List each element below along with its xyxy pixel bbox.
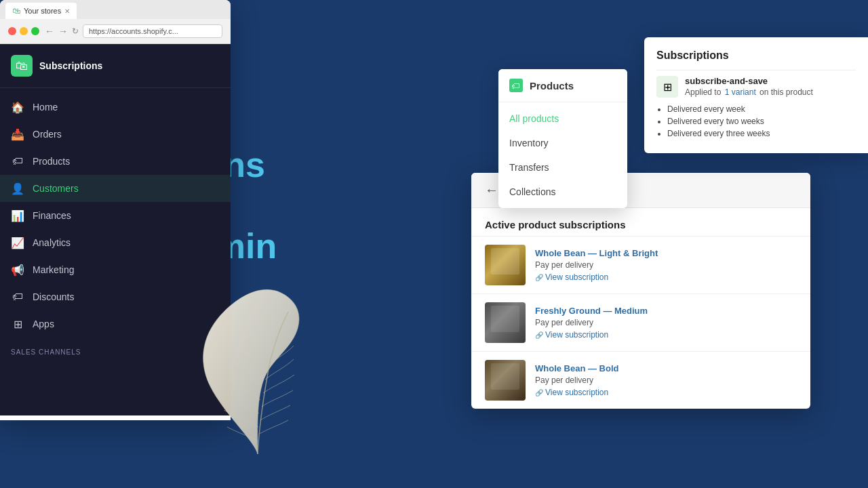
- applied-suffix: on this product: [760, 87, 813, 97]
- product-image-3: [485, 360, 526, 401]
- view-subscription-link-2[interactable]: 🔗 View subscription: [535, 330, 648, 340]
- finances-icon: 📊: [11, 209, 24, 222]
- view-sub-icon-1: 🔗: [535, 274, 543, 281]
- orders-icon: 📥: [11, 127, 24, 141]
- product-name-link-3[interactable]: Whole Bean — Bold: [535, 363, 619, 373]
- view-sub-icon-2: 🔗: [535, 331, 543, 339]
- sidebar-item-label-analytics: Analytics: [33, 237, 71, 248]
- products-panel-inventory[interactable]: Inventory: [498, 131, 627, 155]
- products-panel-transfers[interactable]: Transfers: [498, 155, 627, 180]
- tab-title: Your stores: [24, 7, 61, 15]
- sidebar-item-label-marketing: Marketing: [33, 264, 74, 275]
- customers-icon: 👤: [11, 182, 24, 195]
- product-item-2: Freshly Ground — Medium Pay per delivery…: [471, 293, 810, 351]
- products-panel-nav: All products Inventory Transfers Collect…: [498, 102, 627, 208]
- svg-text:🏷: 🏷: [511, 81, 519, 91]
- sidebar-item-label-finances: Finances: [33, 210, 71, 221]
- shopify-favicon: 🛍: [12, 6, 20, 16]
- apps-icon: ⊞: [11, 317, 24, 331]
- analytics-icon: 📈: [11, 236, 24, 249]
- subs-plan-details: subscribe-and-save Applied to 1 variant …: [685, 76, 813, 97]
- shopify-logo-icon: 🛍: [11, 55, 33, 77]
- sidebar-item-label-home: Home: [33, 102, 58, 113]
- applied-prefix: Applied to: [685, 87, 721, 97]
- subscriptions-panel-title: Subscriptions: [656, 49, 856, 62]
- variant-link[interactable]: 1 variant: [725, 87, 756, 97]
- sidebar-header: 🛍 Subscriptions: [0, 44, 231, 88]
- url-bar[interactable]: https://accounts.shopify.c...: [83, 24, 222, 38]
- svg-text:🛍: 🛍: [16, 59, 28, 73]
- store-name: Subscriptions: [39, 60, 102, 71]
- products-dropdown-panel: 🏷 Products All products Inventory Transf…: [498, 69, 627, 208]
- sidebar-item-orders[interactable]: 📥 Orders: [0, 121, 231, 148]
- view-sub-label-3: View subscription: [545, 388, 608, 397]
- active-subs-section-title: Active product subscriptions: [471, 208, 810, 236]
- sidebar-item-products[interactable]: 🏷 Products: [0, 148, 231, 175]
- sidebar-item-analytics[interactable]: 📈 Analytics: [0, 229, 231, 256]
- marketing-icon: 📢: [11, 263, 24, 277]
- product-item-3: Whole Bean — Bold Pay per delivery 🔗 Vie…: [471, 351, 810, 409]
- products-panel-title: Products: [530, 80, 574, 92]
- sidebar-item-label-apps: Apps: [33, 319, 54, 329]
- product-name-link-2[interactable]: Freshly Ground — Medium: [535, 306, 648, 316]
- sidebar-item-customers[interactable]: 👤 Customers: [0, 175, 231, 202]
- view-sub-icon-3: 🔗: [535, 389, 543, 396]
- product-image-2: [485, 302, 526, 343]
- product-name-link-1[interactable]: Whole Bean — Light & Bright: [535, 248, 658, 258]
- subscribe-save-icon: ⊞: [656, 76, 678, 98]
- products-icon: 🏷: [11, 155, 24, 168]
- window-controls: [8, 27, 39, 35]
- delivery-option-2: Delivered every two weeks: [667, 117, 856, 126]
- browser-navigation: ← → ↻ https://accounts.shopify.c...: [45, 24, 222, 38]
- subscriptions-side-panel: Subscriptions ⊞ subscribe-and-save Appli…: [644, 37, 868, 153]
- view-sub-label-1: View subscription: [545, 272, 608, 282]
- subs-plan-name: subscribe-and-save: [685, 76, 813, 86]
- tab-bar: 🛍 Your stores ✕: [0, 0, 231, 19]
- product-info-1: Whole Bean — Light & Bright Pay per deli…: [535, 248, 658, 282]
- browser-bar: ← → ↻ https://accounts.shopify.c...: [0, 19, 231, 44]
- product-image-1: [485, 245, 526, 285]
- product-item-1: Whole Bean — Light & Bright Pay per deli…: [471, 236, 810, 293]
- delivery-option-3: Delivered every three weeks: [667, 129, 856, 138]
- discounts-icon: 🏷: [11, 290, 24, 304]
- product-desc-3: Pay per delivery: [535, 375, 619, 385]
- product-desc-2: Pay per delivery: [535, 318, 648, 327]
- subs-applied-text: Applied to 1 variant on this product: [685, 87, 813, 97]
- forward-arrow-icon[interactable]: →: [58, 26, 68, 37]
- refresh-icon[interactable]: ↻: [72, 26, 79, 36]
- maximize-dot[interactable]: [31, 27, 39, 35]
- customer-detail-panel: ← John Richardson Active product subscri…: [471, 173, 810, 409]
- sidebar-item-label-discounts: Discounts: [33, 291, 74, 302]
- feather-decoration: [183, 278, 332, 468]
- view-subscription-link-3[interactable]: 🔗 View subscription: [535, 388, 619, 397]
- sidebar-item-home[interactable]: 🏠 Home: [0, 94, 231, 121]
- sidebar-item-label-orders: Orders: [33, 129, 62, 140]
- product-desc-1: Pay per delivery: [535, 260, 658, 270]
- product-info-3: Whole Bean — Bold Pay per delivery 🔗 Vie…: [535, 363, 619, 397]
- close-dot[interactable]: [8, 27, 16, 35]
- products-panel-header: 🏷 Products: [498, 69, 627, 102]
- products-panel-collections[interactable]: Collections: [498, 180, 627, 204]
- view-sub-label-2: View subscription: [545, 330, 608, 340]
- sidebar-item-finances[interactable]: 📊 Finances: [0, 202, 231, 229]
- browser-tab[interactable]: 🛍 Your stores ✕: [5, 3, 77, 19]
- home-icon: 🏠: [11, 100, 24, 114]
- minimize-dot[interactable]: [20, 27, 28, 35]
- products-panel-all-products[interactable]: All products: [498, 106, 627, 131]
- sidebar-item-label-products: Products: [33, 156, 70, 167]
- products-panel-logo-icon: 🏷: [509, 79, 523, 92]
- product-info-2: Freshly Ground — Medium Pay per delivery…: [535, 306, 648, 340]
- customer-back-arrow[interactable]: ←: [485, 182, 498, 198]
- back-arrow-icon[interactable]: ←: [45, 26, 54, 37]
- delivery-option-1: Delivered every week: [667, 104, 856, 114]
- delivery-options-list: Delivered every week Delivered every two…: [656, 104, 856, 138]
- tab-close-icon[interactable]: ✕: [64, 7, 70, 15]
- view-subscription-link-1[interactable]: 🔗 View subscription: [535, 272, 658, 282]
- subs-plan-item: ⊞ subscribe-and-save Applied to 1 varian…: [656, 70, 856, 98]
- sidebar-item-label-customers: Customers: [33, 183, 79, 194]
